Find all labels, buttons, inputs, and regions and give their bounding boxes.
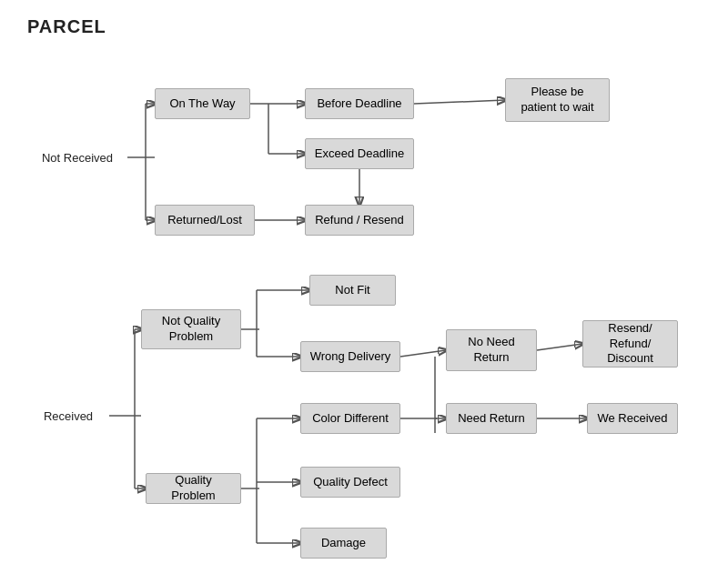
quality-problem-node: Quality Problem xyxy=(146,473,241,504)
svg-line-28 xyxy=(537,344,582,350)
received-node: Received xyxy=(27,400,109,431)
damage-node: Damage xyxy=(300,528,387,559)
before-deadline-node: Before Deadline xyxy=(305,88,414,119)
resend-refund-discount-node: Resend/ Refund/ Discount xyxy=(582,320,678,368)
not-quality-problem-node: Not Quality Problem xyxy=(141,309,241,349)
not-received-node: Not Received xyxy=(27,141,127,174)
wrong-delivery-node: Wrong Delivery xyxy=(300,341,400,372)
quality-defect-node: Quality Defect xyxy=(300,467,400,498)
on-the-way-node: On The Way xyxy=(155,88,250,119)
we-received-node: We Received xyxy=(587,403,678,434)
not-fit-node: Not Fit xyxy=(309,275,396,306)
no-need-return-node: No Need Return xyxy=(446,329,537,371)
exceed-deadline-node: Exceed Deadline xyxy=(305,138,414,169)
color-different-node: Color Different xyxy=(300,403,400,434)
returned-lost-node: Returned/Lost xyxy=(155,205,255,236)
page-title: PARCEL xyxy=(27,16,106,37)
svg-line-7 xyxy=(414,100,505,104)
need-return-node: Need Return xyxy=(446,403,537,434)
refund-resend-node: Refund / Resend xyxy=(305,205,414,236)
svg-line-23 xyxy=(400,350,446,357)
diagram: PARCEL xyxy=(0,0,728,584)
please-wait-node: Please be patient to wait xyxy=(505,78,610,122)
